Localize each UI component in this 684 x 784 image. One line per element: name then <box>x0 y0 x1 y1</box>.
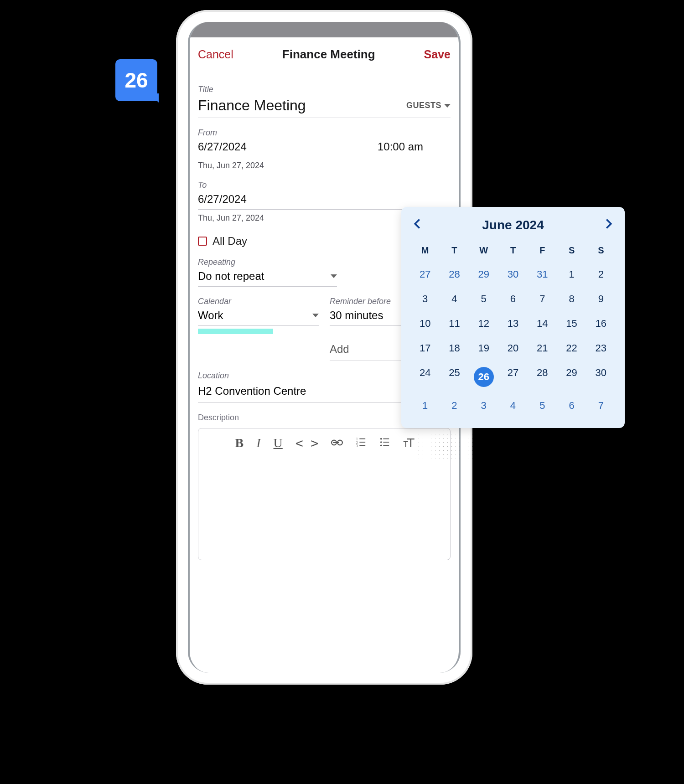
svg-point-9 <box>380 438 382 440</box>
from-label: From <box>198 128 451 138</box>
svg-rect-14 <box>383 445 389 446</box>
chevron-down-icon <box>331 274 337 278</box>
datepicker-dow: T <box>498 241 528 262</box>
datepicker-day[interactable]: 30 <box>586 361 616 393</box>
datepicker-day[interactable]: 28 <box>440 262 469 287</box>
datepicker-dow: M <box>410 241 440 262</box>
datepicker-day[interactable]: 5 <box>469 287 498 311</box>
datepicker-day[interactable]: 15 <box>557 311 586 336</box>
datepicker-day[interactable]: 30 <box>498 262 528 287</box>
datepicker-day[interactable]: 1 <box>557 262 586 287</box>
datepicker-day[interactable]: 10 <box>410 311 440 336</box>
datepicker-day[interactable]: 27 <box>410 262 440 287</box>
datepicker-day[interactable]: 7 <box>586 393 616 418</box>
datepicker-day[interactable]: 6 <box>557 393 586 418</box>
to-label: To <box>198 181 451 190</box>
datepicker-day[interactable]: 21 <box>528 336 557 361</box>
datepicker-day[interactable]: 3 <box>410 287 440 311</box>
datepicker-dow: W <box>469 241 498 262</box>
datepicker-day[interactable]: 24 <box>410 361 440 393</box>
datepicker-day[interactable]: 17 <box>410 336 440 361</box>
datepicker-day[interactable]: 1 <box>410 393 440 418</box>
datepicker-day[interactable]: 13 <box>498 311 528 336</box>
guests-button-label: GUESTS <box>406 101 441 110</box>
code-icon[interactable]: < > <box>295 436 319 451</box>
datepicker-prev-month[interactable] <box>413 218 421 232</box>
datepicker-day[interactable]: 6 <box>498 287 528 311</box>
svg-rect-12 <box>383 442 389 443</box>
chevron-down-icon <box>444 104 451 108</box>
datepicker-day[interactable]: 27 <box>498 361 528 393</box>
calendar-label: Calendar <box>198 297 319 306</box>
datepicker-day[interactable]: 9 <box>586 287 616 311</box>
from-time-input[interactable]: 10:00 am <box>378 138 451 157</box>
checkbox-icon <box>198 237 207 246</box>
description-toolbar: B I U < > 123 T <box>198 428 450 458</box>
svg-point-13 <box>380 445 382 447</box>
event-editor-topbar: Cancel Finance Meeting Save <box>190 37 459 70</box>
svg-rect-4 <box>360 438 366 439</box>
link-icon[interactable] <box>331 436 343 451</box>
datepicker-day[interactable]: 22 <box>557 336 586 361</box>
datepicker-day[interactable]: 4 <box>498 393 528 418</box>
svg-rect-6 <box>360 442 366 443</box>
datepicker-day[interactable]: 4 <box>440 287 469 311</box>
datepicker-day[interactable]: 2 <box>440 393 469 418</box>
datepicker-day[interactable]: 29 <box>469 262 498 287</box>
datepicker-day[interactable]: 14 <box>528 311 557 336</box>
calendar-select[interactable]: Work <box>198 306 319 326</box>
title-input[interactable]: Finance Meeting <box>198 97 306 114</box>
datepicker-month-label: June 2024 <box>482 218 544 232</box>
from-time-value: 10:00 am <box>378 140 423 153</box>
datepicker-dow: F <box>528 241 557 262</box>
calendar-color-swatch <box>198 329 273 334</box>
from-helper: Thu, Jun 27, 2024 <box>198 161 451 170</box>
datepicker-dow: S <box>586 241 616 262</box>
repeating-select[interactable]: Do not repeat <box>198 267 337 287</box>
datepicker-day[interactable]: 16 <box>586 311 616 336</box>
datepicker-day[interactable]: 3 <box>469 393 498 418</box>
from-date-input[interactable]: 6/27/2024 <box>198 138 367 157</box>
datepicker-day[interactable]: 20 <box>498 336 528 361</box>
save-button[interactable]: Save <box>424 48 451 61</box>
datepicker-day[interactable]: 28 <box>528 361 557 393</box>
svg-point-11 <box>380 441 382 443</box>
cancel-button[interactable]: Cancel <box>198 48 233 61</box>
reminder-value: 30 minutes <box>330 309 383 322</box>
datepicker-day[interactable]: 18 <box>440 336 469 361</box>
bold-icon[interactable]: B <box>235 436 244 451</box>
title-label: Title <box>198 85 451 94</box>
datepicker-next-month[interactable] <box>605 218 613 232</box>
repeating-value: Do not repeat <box>198 270 264 283</box>
datepicker-day[interactable]: 11 <box>440 311 469 336</box>
datepicker-day[interactable]: 29 <box>557 361 586 393</box>
datepicker-day[interactable]: 7 <box>528 287 557 311</box>
description-editor[interactable]: B I U < > 123 T <box>198 428 451 560</box>
datepicker-day[interactable]: 12 <box>469 311 498 336</box>
guests-button[interactable]: GUESTS <box>406 101 451 110</box>
datepicker-day[interactable]: 8 <box>557 287 586 311</box>
svg-text:3: 3 <box>356 444 358 447</box>
page-title: Finance Meeting <box>282 47 375 62</box>
svg-rect-8 <box>360 445 366 446</box>
datepicker-day[interactable]: 5 <box>528 393 557 418</box>
datepicker-day[interactable]: 2 <box>586 262 616 287</box>
italic-icon[interactable]: I <box>256 436 260 451</box>
svg-rect-10 <box>383 438 389 439</box>
calendar-value: Work <box>198 309 223 322</box>
datepicker-day[interactable]: 26 <box>469 361 498 393</box>
bullet-list-icon[interactable] <box>379 436 390 451</box>
datepicker-day[interactable]: 25 <box>440 361 469 393</box>
datepicker-day[interactable]: 23 <box>586 336 616 361</box>
underline-icon[interactable]: U <box>274 436 283 451</box>
text-size-icon[interactable]: TT <box>403 436 413 451</box>
title-row: Finance Meeting GUESTS <box>198 94 451 118</box>
datepicker-day[interactable]: 19 <box>469 336 498 361</box>
ordered-list-icon[interactable]: 123 <box>356 436 367 451</box>
reminder-add-label: Add <box>330 343 349 356</box>
datepicker-popover: June 2024 MTWTFSS 2728293031123456789101… <box>401 207 625 428</box>
status-bar <box>190 22 459 37</box>
location-value: H2 Convention Centre <box>198 385 306 397</box>
datepicker-day[interactable]: 31 <box>528 262 557 287</box>
to-date-value: 6/27/2024 <box>198 193 247 206</box>
